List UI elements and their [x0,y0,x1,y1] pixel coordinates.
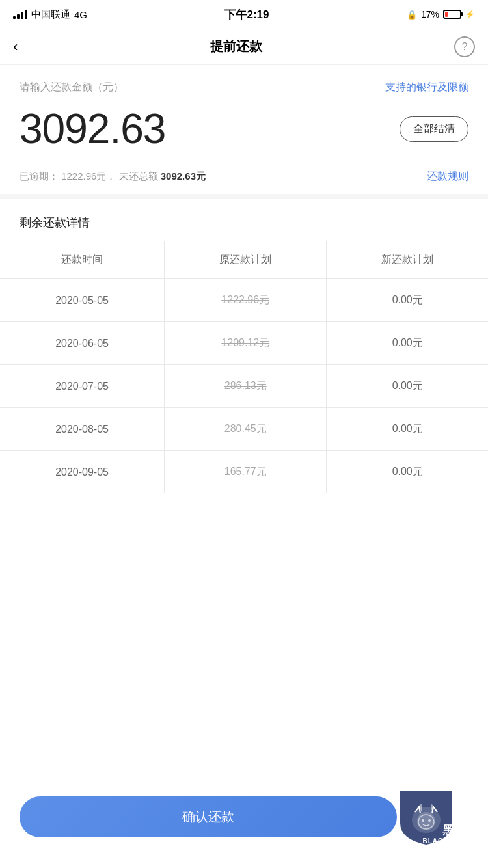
cell-original: 1222.96元 [165,279,327,322]
col-original: 原还款计划 [165,241,327,279]
help-button[interactable]: ? [454,36,475,57]
cell-new: 0.00元 [327,365,488,408]
carrier-label: 中国联通 [31,8,70,21]
network-label: 4G [74,9,87,20]
nav-bar: ‹ 提前还款 ? [0,29,488,65]
battery-icon [443,10,461,19]
signal-icon [13,10,27,19]
table-body: 2020-05-051222.96元0.00元2020-06-051209.12… [0,279,488,494]
table-row: 2020-05-051222.96元0.00元 [0,279,488,322]
confirm-button[interactable]: 确认还款 [20,796,397,837]
col-date: 还款时间 [0,241,165,279]
rule-link[interactable]: 还款规则 [427,170,468,183]
cell-original: 280.45元 [165,408,327,451]
brand-zh: 黑猫 [422,824,466,837]
amount-section: 请输入还款金额（元） 支持的银行及限额 3092.63 全部结清 [0,65,488,163]
content-area: 请输入还款金额（元） 支持的银行及限额 3092.63 全部结清 已逾期： 12… [0,65,488,493]
status-left: 中国联通 4G [13,8,87,21]
bank-link[interactable]: 支持的银行及限额 [385,81,468,94]
page-title: 提前还款 [210,38,262,55]
overdue-info: 已逾期： 1222.96元， 未还总额 3092.63元 [20,170,206,183]
table-title: 剩余还款详情 [0,199,488,241]
total-label: 未还总额 [119,170,158,182]
col-new: 新还款计划 [327,241,488,279]
amount-value[interactable]: 3092.63 [20,105,165,153]
total-amount: 3092.63元 [161,170,206,182]
cell-new: 0.00元 [327,408,488,451]
cell-new: 0.00元 [327,451,488,494]
overdue-label: 已逾期： [20,170,59,182]
status-time: 下午2:19 [224,7,269,22]
svg-point-3 [422,819,424,822]
cell-new: 0.00元 [327,322,488,365]
info-row: 已逾期： 1222.96元， 未还总额 3092.63元 还款规则 [0,163,488,199]
table-header: 还款时间 原还款计划 新还款计划 [0,241,488,279]
battery-percent: 17% [421,9,439,20]
cell-original: 1209.12元 [165,322,327,365]
clear-all-button[interactable]: 全部结清 [400,116,468,142]
status-right: 🔒 17% ⚡ [407,9,475,20]
black-cat-logo: 黑猫 BLACK CAT [390,787,468,846]
header-row: 还款时间 原还款计划 新还款计划 [0,241,488,279]
cell-new: 0.00元 [327,279,488,322]
brand-en: BLACK CAT [422,837,466,845]
repay-table: 还款时间 原还款计划 新还款计划 2020-05-051222.96元0.00元… [0,241,488,493]
table-row: 2020-09-05165.77元0.00元 [0,451,488,494]
cell-date: 2020-06-05 [0,322,165,365]
amount-row: 3092.63 全部结清 [20,105,468,153]
status-bar: 中国联通 4G 下午2:19 🔒 17% ⚡ [0,0,488,29]
back-button[interactable]: ‹ [13,38,18,55]
charging-icon: ⚡ [465,10,475,19]
svg-point-4 [428,819,431,822]
bottom-bar: 确认还款 黑猫 BLACK CAT [0,777,488,868]
overdue-amount: 1222.96元， [61,170,116,182]
cell-date: 2020-07-05 [0,365,165,408]
battery-fill [445,12,448,17]
cell-date: 2020-08-05 [0,408,165,451]
table-row: 2020-08-05280.45元0.00元 [0,408,488,451]
lock-icon: 🔒 [407,10,417,20]
cell-original: 286.13元 [165,365,327,408]
table-section: 剩余还款详情 还款时间 原还款计划 新还款计划 2020-05-051222.9… [0,199,488,493]
cell-date: 2020-09-05 [0,451,165,494]
brand-text-area: 黑猫 BLACK CAT [422,824,466,845]
cell-date: 2020-05-05 [0,279,165,322]
table-row: 2020-06-051209.12元0.00元 [0,322,488,365]
cell-original: 165.77元 [165,451,327,494]
table-row: 2020-07-05286.13元0.00元 [0,365,488,408]
